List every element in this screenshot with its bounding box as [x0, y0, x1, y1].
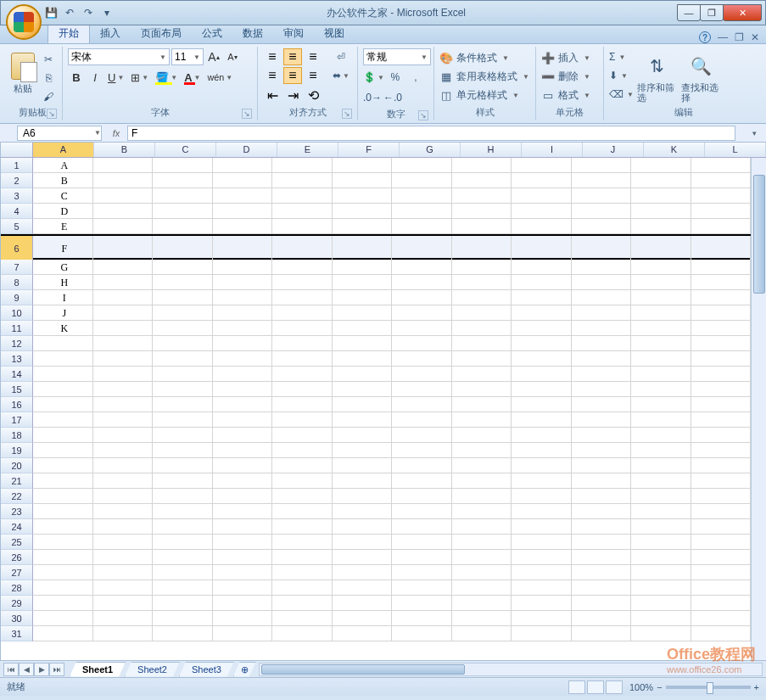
cell-C20[interactable] [153, 458, 213, 473]
format-as-table-button[interactable]: ▦套用表格格式▼ [439, 67, 529, 86]
cell-B15[interactable] [93, 382, 154, 397]
cell-L9[interactable] [691, 290, 752, 305]
cell-E8[interactable] [272, 275, 333, 290]
row-header-14[interactable]: 14 [1, 367, 33, 382]
cell-D2[interactable] [213, 173, 273, 188]
row-header-13[interactable]: 13 [1, 351, 33, 367]
cell-K30[interactable] [631, 611, 691, 626]
cell-I25[interactable] [512, 535, 572, 550]
cell-H31[interactable] [452, 626, 512, 641]
cell-F7[interactable] [333, 260, 393, 275]
cell-J3[interactable] [572, 188, 632, 204]
restore-window-icon[interactable]: ❐ [735, 31, 744, 43]
cell-G8[interactable] [392, 275, 452, 290]
cell-G1[interactable] [392, 158, 452, 173]
vscroll-thumb[interactable] [753, 175, 765, 294]
cell-C26[interactable] [153, 550, 213, 565]
cell-E11[interactable] [272, 321, 333, 336]
cell-G7[interactable] [392, 260, 452, 275]
cell-I23[interactable] [512, 504, 572, 519]
cell-A4[interactable]: D [33, 204, 93, 219]
cell-G17[interactable] [392, 412, 452, 428]
cell-F8[interactable] [333, 275, 393, 290]
cell-G2[interactable] [392, 173, 452, 188]
cell-F17[interactable] [333, 412, 393, 428]
cell-C22[interactable] [153, 489, 213, 504]
cell-H26[interactable] [452, 550, 512, 565]
cell-I8[interactable] [512, 275, 572, 290]
select-all-corner[interactable] [1, 143, 33, 158]
tab-page-layout[interactable]: 页面布局 [131, 24, 192, 43]
cell-J12[interactable] [572, 336, 632, 351]
cell-D17[interactable] [213, 412, 273, 428]
row-header-10[interactable]: 10 [1, 305, 33, 321]
cell-I13[interactable] [512, 351, 572, 367]
cell-B2[interactable] [93, 173, 154, 188]
cell-B27[interactable] [93, 565, 154, 580]
cell-B16[interactable] [93, 397, 154, 412]
cell-D31[interactable] [213, 626, 273, 641]
cell-A1[interactable]: A [33, 158, 93, 173]
cell-J19[interactable] [572, 443, 632, 458]
cell-G14[interactable] [392, 367, 452, 382]
row-header-30[interactable]: 30 [1, 611, 33, 626]
cell-E28[interactable] [272, 580, 333, 596]
cell-E26[interactable] [272, 550, 333, 565]
increase-indent-icon[interactable]: ⇥ [283, 87, 302, 104]
cell-D21[interactable] [213, 473, 273, 489]
cell-B14[interactable] [93, 367, 154, 382]
cell-D25[interactable] [213, 535, 273, 550]
cell-E16[interactable] [272, 397, 333, 412]
cell-A16[interactable] [33, 397, 93, 412]
cell-B1[interactable] [93, 158, 154, 173]
cell-B10[interactable] [93, 305, 154, 321]
cell-L14[interactable] [691, 367, 752, 382]
cell-I29[interactable] [512, 596, 572, 611]
sort-filter-button[interactable]: ⇅ 排序和筛选 [637, 48, 678, 103]
sheet-tab-2[interactable]: Sheet2 [125, 662, 180, 677]
cell-D13[interactable] [213, 351, 273, 367]
tab-insert[interactable]: 插入 [90, 24, 131, 43]
cell-A11[interactable]: K [33, 321, 93, 336]
cell-I20[interactable] [512, 458, 572, 473]
cell-C29[interactable] [153, 596, 213, 611]
cell-F24[interactable] [333, 519, 393, 535]
cell-K17[interactable] [631, 412, 691, 428]
row-header-28[interactable]: 28 [1, 580, 33, 596]
phonetic-button[interactable]: wén▼ [204, 69, 235, 86]
cell-K9[interactable] [631, 290, 691, 305]
cell-G28[interactable] [392, 580, 452, 596]
cell-A6[interactable]: F [33, 236, 93, 261]
cell-D8[interactable] [213, 275, 273, 290]
cell-B4[interactable] [93, 204, 154, 219]
cell-F27[interactable] [333, 565, 393, 580]
cell-I5[interactable] [512, 219, 572, 234]
cell-K24[interactable] [631, 519, 691, 535]
page-layout-view-icon[interactable] [587, 680, 604, 694]
cell-B28[interactable] [93, 580, 154, 596]
cell-A20[interactable] [33, 458, 93, 473]
clipboard-launcher-icon[interactable]: ↘ [47, 109, 57, 119]
wrap-text-button[interactable]: ⏎ [329, 48, 353, 65]
format-painter-icon[interactable]: 🖌 [40, 89, 57, 104]
cell-E17[interactable] [272, 412, 333, 428]
cell-G18[interactable] [392, 428, 452, 443]
cell-K15[interactable] [631, 382, 691, 397]
save-icon[interactable]: 💾 [43, 5, 59, 20]
cell-C21[interactable] [153, 473, 213, 489]
cell-F1[interactable] [333, 158, 393, 173]
cell-G27[interactable] [392, 565, 452, 580]
row-header-22[interactable]: 22 [1, 489, 33, 504]
cell-C8[interactable] [153, 275, 213, 290]
horizontal-scrollbar[interactable] [259, 663, 763, 676]
cell-A27[interactable] [33, 565, 93, 580]
cell-D19[interactable] [213, 443, 273, 458]
cell-A14[interactable] [33, 367, 93, 382]
cell-B26[interactable] [93, 550, 154, 565]
cell-A30[interactable] [33, 611, 93, 626]
cell-E3[interactable] [272, 188, 333, 204]
cell-L30[interactable] [691, 611, 752, 626]
cell-D28[interactable] [213, 580, 273, 596]
cell-L10[interactable] [691, 305, 752, 321]
cell-L19[interactable] [691, 443, 752, 458]
